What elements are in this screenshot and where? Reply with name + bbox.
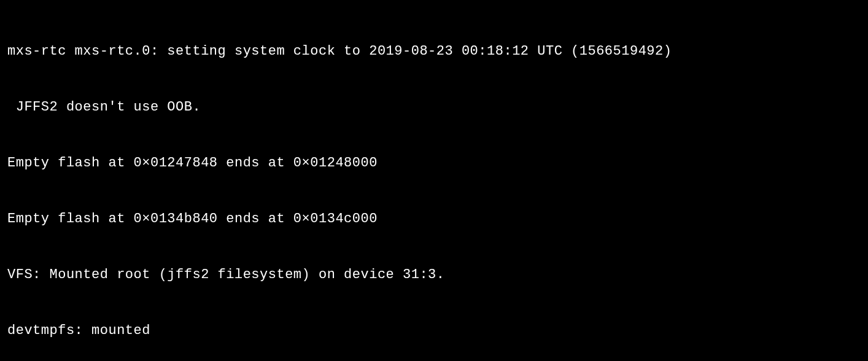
terminal-output[interactable]: mxs-rtc mxs-rtc.0: setting system clock … [7,5,861,361]
boot-message-flash1: Empty flash at 0×01247848 ends at 0×0124… [7,154,861,173]
boot-message-rtc: mxs-rtc mxs-rtc.0: setting system clock … [7,42,861,61]
boot-message-jffs2: JFFS2 doesn't use OOB. [7,98,861,117]
boot-message-devtmpfs: devtmpfs: mounted [7,322,861,340]
boot-message-flash2: Empty flash at 0×0134b840 ends at 0×0134… [7,210,861,228]
boot-message-vfs: VFS: Mounted root (jffs2 filesystem) on … [7,266,861,284]
